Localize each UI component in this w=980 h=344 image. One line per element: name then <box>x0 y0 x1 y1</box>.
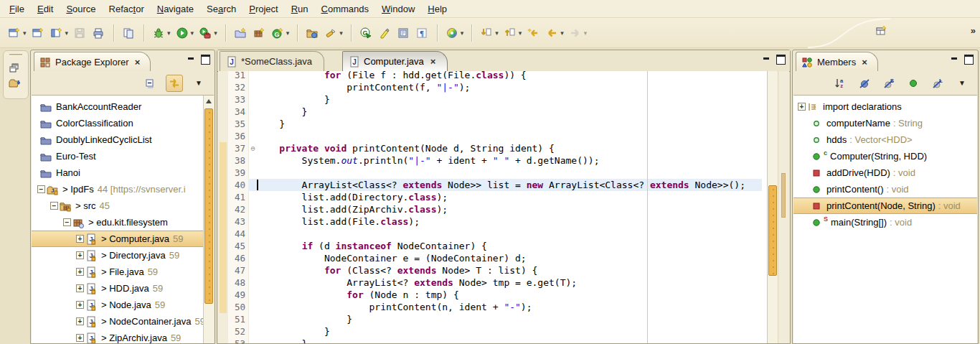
tree-expander[interactable]: + <box>798 103 806 111</box>
editor-tab-computer.java[interactable]: JComputer.java× <box>342 51 448 71</box>
sort-button[interactable]: az <box>831 75 849 92</box>
new-wizard-button[interactable]: ▾ <box>6 24 29 42</box>
dropdown-chevron-icon[interactable]: ▾ <box>191 29 194 37</box>
hide-fields-button[interactable] <box>856 75 873 92</box>
save-button[interactable] <box>71 24 90 42</box>
tree-expander[interactable]: + <box>76 251 84 259</box>
dropdown-chevron-icon[interactable]: ▾ <box>584 29 588 37</box>
tree-item-ziparchiv.java[interactable]: +J> ZipArchiv.java59 <box>32 330 214 343</box>
maximize-button[interactable] <box>201 55 210 65</box>
hide-local-types-button[interactable]: L <box>929 75 946 92</box>
tree-item-colorclassification[interactable]: ColorClassification <box>32 115 214 131</box>
dropdown-chevron-icon[interactable]: ▾ <box>339 29 343 37</box>
scrollbar-thumb[interactable] <box>204 108 213 304</box>
tree-item-computer.java[interactable]: +J> Computer.java59 <box>32 231 214 247</box>
member-importdeclarations[interactable]: +import declarations <box>793 98 977 115</box>
member-hdds[interactable]: hdds: Vector<HDD> <box>793 131 977 148</box>
show-source-button[interactable] <box>395 24 413 42</box>
dropdown-chevron-icon[interactable]: ▾ <box>519 29 522 37</box>
copy-button[interactable] <box>120 24 138 42</box>
menu-refactor[interactable]: Refactor <box>103 1 151 17</box>
minimize-button[interactable] <box>951 55 958 62</box>
menu-project[interactable]: Project <box>242 1 284 17</box>
tree-expander[interactable]: + <box>76 301 84 309</box>
editor-tab-someclass.java[interactable]: J*SomeClass.java <box>220 51 324 71</box>
run-button[interactable]: ▾ <box>174 24 197 42</box>
view-menu-button[interactable]: ▼ <box>953 75 971 92</box>
external-tools-button[interactable]: ▾ <box>197 24 220 42</box>
tree-expander[interactable]: + <box>76 235 84 243</box>
tree-expander[interactable]: + <box>76 268 84 276</box>
view-menu-button[interactable]: ▼ <box>190 75 207 92</box>
tab-members[interactable]: Members × <box>796 52 878 71</box>
open-folder-view-icon[interactable] <box>9 76 23 90</box>
dropdown-chevron-icon[interactable]: ▾ <box>167 29 171 37</box>
tree-item-directory.java[interactable]: +J> Directory.java59 <box>32 247 214 264</box>
member-printcontent[interactable]: printContent(): void <box>793 181 977 197</box>
member-printcontentnodestring[interactable]: printContent(Node, String): void <box>793 197 977 214</box>
tree-expander[interactable]: + <box>76 284 84 292</box>
menu-commands[interactable]: Commands <box>315 1 375 17</box>
member-computerstringhdd[interactable]: cComputer(String, HDD) <box>793 148 977 164</box>
link-with-editor-button[interactable] <box>166 75 183 92</box>
overview-ruler[interactable] <box>778 71 789 343</box>
tree-expander[interactable]: − <box>37 185 45 193</box>
color-palette-button[interactable]: ▾ <box>443 24 467 42</box>
tab-package-explorer[interactable]: Package Explorer × <box>34 52 151 71</box>
search-button[interactable]: ▾ <box>322 24 346 42</box>
menu-search[interactable]: Search <box>200 1 242 17</box>
run-last-button[interactable]: G <box>357 24 376 42</box>
tree-item-node.java[interactable]: +J> Node.java59 <box>32 297 214 313</box>
collapse-all-button[interactable] <box>141 75 159 92</box>
show-public-button[interactable] <box>905 75 922 92</box>
tree-expander[interactable]: + <box>76 317 84 325</box>
minimize-button[interactable] <box>187 55 195 62</box>
dropdown-chevron-icon[interactable]: ▾ <box>461 29 464 37</box>
editor-scrollbar[interactable] <box>767 71 778 343</box>
tree-expander[interactable]: − <box>50 202 58 210</box>
show-whitespace-button[interactable]: ¶ <box>413 24 432 42</box>
close-icon[interactable]: × <box>135 57 141 67</box>
close-icon[interactable]: × <box>862 57 867 67</box>
tree-item-bankaccountreader[interactable]: BankAccountReader <box>32 98 214 115</box>
new-editor-button[interactable]: ▾ <box>48 24 72 42</box>
menu-help[interactable]: Help <box>421 1 453 17</box>
new-java-project-button[interactable] <box>232 24 250 42</box>
debug-button[interactable]: ▾ <box>150 24 174 42</box>
fast-view-drag-handle[interactable] <box>9 54 22 56</box>
last-edit-location-button[interactable] <box>524 24 543 42</box>
hide-static-button[interactable]: S <box>880 75 897 92</box>
scroll-up-arrow-icon[interactable] <box>206 99 212 103</box>
dropdown-chevron-icon[interactable]: ▾ <box>560 29 564 37</box>
code-editor[interactable]: 31 for (File f : hdd.get(File.class)) {3… <box>218 71 789 343</box>
tree-item-hanoi[interactable]: Hanoi <box>32 164 214 181</box>
package-explorer-scrollbar[interactable] <box>203 96 214 343</box>
close-icon[interactable]: × <box>430 57 436 66</box>
dropdown-chevron-icon[interactable]: ▾ <box>23 29 27 37</box>
tree-item-nodecontainer.java[interactable]: +J> NodeContainer.java59 <box>32 313 214 330</box>
menu-edit[interactable]: Edit <box>31 1 60 17</box>
menu-source[interactable]: Source <box>60 1 102 17</box>
forward-button[interactable]: ▾ <box>567 24 590 42</box>
new-fast-view-button[interactable] <box>875 24 887 37</box>
tree-item-edu.kit.filesystem[interactable]: −> edu.kit.filesystem <box>32 214 214 231</box>
dropdown-chevron-icon[interactable]: ▾ <box>214 29 217 37</box>
maximize-button[interactable] <box>776 55 786 65</box>
new-window-button[interactable] <box>29 24 48 42</box>
new-class-button[interactable]: G▾ <box>269 24 293 42</box>
scrollbar-thumb[interactable] <box>768 185 777 276</box>
tree-expander[interactable]: − <box>63 218 71 226</box>
tree-item-doublylinkedcycliclist[interactable]: DoublyLinkedCyclicList <box>32 131 214 148</box>
tree-item-file.java[interactable]: +J> File.java59 <box>32 264 214 280</box>
maximize-button[interactable] <box>964 55 974 65</box>
dropdown-chevron-icon[interactable]: ▾ <box>286 29 290 37</box>
tree-item-src[interactable]: −> src45 <box>32 197 214 214</box>
new-package-button[interactable] <box>250 24 269 42</box>
next-annotation-button[interactable]: ▾ <box>478 24 501 42</box>
menu-file[interactable]: File <box>3 1 31 17</box>
dropdown-chevron-icon[interactable]: ▾ <box>495 29 499 37</box>
menu-run[interactable]: Run <box>285 1 315 17</box>
member-computername[interactable]: computerName: String <box>793 115 977 131</box>
restore-windows-icon[interactable] <box>9 60 23 75</box>
toolbar-overflow-chevron[interactable]: » <box>971 25 974 36</box>
